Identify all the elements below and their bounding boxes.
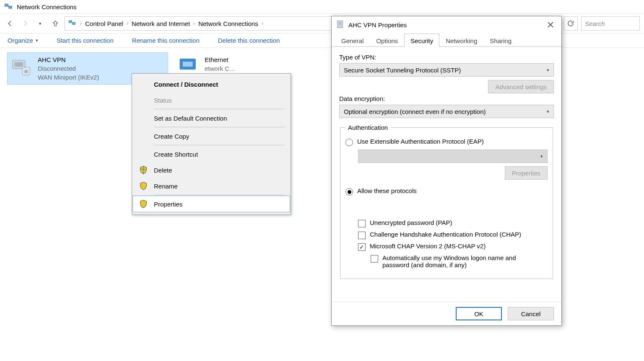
control-panel-icon bbox=[68, 19, 77, 28]
dialog-footer: OK Cancel bbox=[332, 302, 561, 325]
chevron-right-icon: › bbox=[80, 21, 82, 26]
tab-general[interactable]: General bbox=[335, 34, 370, 47]
chevron-right-icon: › bbox=[127, 21, 128, 26]
checkbox-icon bbox=[358, 243, 366, 251]
tab-options[interactable]: Options bbox=[370, 34, 404, 47]
type-of-vpn-value: Secure Socket Tunneling Protocol (SSTP) bbox=[344, 67, 461, 74]
ctx-create-shortcut[interactable]: Create Shortcut bbox=[133, 146, 290, 162]
separator bbox=[154, 145, 285, 145]
chevron-right-icon: › bbox=[193, 21, 195, 26]
tab-sharing[interactable]: Sharing bbox=[483, 34, 518, 47]
start-connection-button[interactable]: Start this connection bbox=[57, 37, 114, 44]
shield-icon bbox=[139, 181, 148, 191]
svg-rect-0 bbox=[5, 4, 8, 6]
rename-connection-button[interactable]: Rename this connection bbox=[132, 37, 200, 44]
data-encryption-label: Data encryption: bbox=[339, 95, 554, 102]
dialog-titlebar: AHC VPN Properties bbox=[332, 16, 561, 33]
data-encryption-dropdown[interactable]: Optional encryption (connect even if no … bbox=[339, 105, 554, 118]
recent-locations-dropdown[interactable]: ▾ bbox=[34, 18, 46, 29]
context-menu: Connect / Disconnect Status Set as Defau… bbox=[132, 73, 291, 215]
tab-networking[interactable]: Networking bbox=[439, 34, 483, 47]
radio-allow-protocols[interactable]: Allow these protocols bbox=[345, 187, 548, 196]
radio-eap[interactable]: Use Extensible Authentication Protocol (… bbox=[345, 138, 548, 146]
dialog-body: Type of VPN: Secure Socket Tunneling Pro… bbox=[332, 47, 561, 302]
checkbox-auto-logon[interactable]: Automatically use my Windows logon name … bbox=[371, 254, 548, 268]
dialog-tabs: General Options Security Networking Shar… bbox=[332, 33, 561, 47]
breadcrumb-part[interactable]: Control Panel bbox=[85, 20, 123, 27]
chevron-right-icon: › bbox=[262, 21, 263, 26]
svg-rect-6 bbox=[14, 62, 23, 67]
close-button[interactable] bbox=[544, 18, 557, 31]
checkbox-icon bbox=[371, 255, 378, 263]
vpn-icon bbox=[336, 20, 344, 30]
connection-device: WAN Miniport (IKEv2) bbox=[38, 73, 99, 82]
separator bbox=[154, 195, 285, 195]
checkbox-mschapv2[interactable]: Microsoft CHAP Version 2 (MS-CHAP v2) bbox=[358, 242, 548, 251]
network-connections-icon bbox=[4, 3, 13, 11]
properties-dialog: AHC VPN Properties General Options Secur… bbox=[331, 16, 562, 326]
connection-name: AHC VPN bbox=[38, 55, 99, 64]
search-placeholder: Search bbox=[585, 20, 605, 27]
advanced-settings-button: Advanced settings bbox=[488, 80, 554, 93]
refresh-button[interactable] bbox=[564, 16, 578, 31]
separator bbox=[154, 127, 285, 127]
cancel-button[interactable]: Cancel bbox=[508, 307, 554, 320]
authentication-group: Authentication Use Extensible Authentica… bbox=[340, 124, 553, 279]
svg-rect-11 bbox=[337, 21, 343, 28]
ok-button[interactable]: OK bbox=[456, 307, 502, 320]
type-of-vpn-dropdown[interactable]: Secure Socket Tunneling Protocol (SSTP) … bbox=[339, 63, 554, 77]
window-titlebar: Network Connections bbox=[0, 0, 644, 13]
checkbox-icon bbox=[358, 232, 366, 239]
breadcrumb-part[interactable]: Network Connections bbox=[198, 20, 258, 27]
ctx-delete[interactable]: Delete bbox=[133, 162, 290, 178]
shield-icon bbox=[139, 199, 148, 209]
svg-rect-3 bbox=[69, 21, 72, 23]
forward-button[interactable] bbox=[19, 18, 31, 29]
type-of-vpn-label: Type of VPN: bbox=[339, 54, 554, 61]
back-button[interactable] bbox=[4, 18, 16, 29]
svg-rect-10 bbox=[183, 62, 193, 67]
dialog-title: AHC VPN Properties bbox=[348, 21, 407, 28]
svg-rect-1 bbox=[9, 6, 12, 8]
separator bbox=[154, 109, 285, 109]
eap-properties-button: Properties bbox=[505, 166, 548, 180]
ctx-properties[interactable]: Properties bbox=[133, 196, 290, 212]
chevron-down-icon: ▾ bbox=[36, 38, 38, 43]
ctx-rename[interactable]: Rename bbox=[133, 178, 290, 194]
organize-menu[interactable]: Organize ▾ bbox=[8, 37, 38, 44]
radio-icon bbox=[345, 139, 353, 146]
ctx-status: Status bbox=[133, 92, 290, 108]
checkbox-icon bbox=[358, 220, 366, 227]
connection-device: etwork C… bbox=[205, 64, 236, 73]
checkbox-chap[interactable]: Challenge Handshake Authentication Proto… bbox=[358, 231, 548, 239]
chevron-down-icon: ▾ bbox=[547, 109, 549, 114]
data-encryption-value: Optional encryption (connect even if no … bbox=[344, 108, 486, 115]
connection-name: Ethernet bbox=[205, 55, 236, 64]
vpn-connection-icon bbox=[11, 55, 34, 78]
checkbox-pap[interactable]: Unencrypted password (PAP) bbox=[358, 219, 548, 227]
window-title: Network Connections bbox=[17, 3, 77, 10]
breadcrumb-part[interactable]: Network and Internet bbox=[132, 20, 190, 27]
shield-icon bbox=[139, 165, 148, 175]
chevron-down-icon: ▾ bbox=[547, 67, 549, 73]
up-button[interactable] bbox=[49, 18, 61, 29]
authentication-legend: Authentication bbox=[345, 124, 390, 131]
eap-method-dropdown: ▾ bbox=[358, 150, 548, 163]
tab-security[interactable]: Security bbox=[404, 34, 439, 47]
radio-icon bbox=[345, 188, 353, 196]
search-input[interactable]: Search bbox=[581, 16, 640, 31]
svg-rect-8 bbox=[24, 70, 28, 73]
ctx-connect-disconnect[interactable]: Connect / Disconnect bbox=[133, 76, 290, 92]
svg-rect-4 bbox=[73, 23, 75, 25]
delete-connection-button[interactable]: Delete this connection bbox=[218, 37, 280, 44]
ctx-create-copy[interactable]: Create Copy bbox=[133, 128, 290, 144]
connection-status: Disconnected bbox=[38, 64, 99, 73]
svg-line-2 bbox=[8, 5, 9, 7]
chevron-down-icon: ▾ bbox=[540, 154, 543, 159]
ctx-set-default[interactable]: Set as Default Connection bbox=[133, 110, 290, 126]
